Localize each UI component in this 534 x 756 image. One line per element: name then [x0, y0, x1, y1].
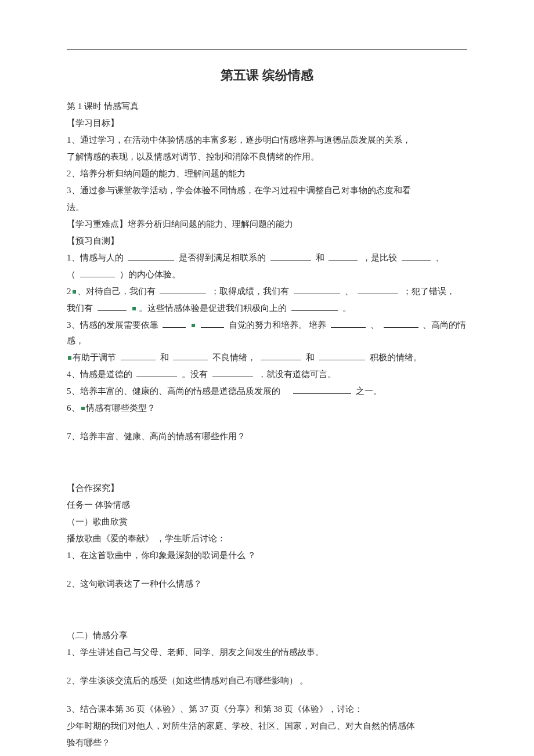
pretest-q3-line1: 3、情感的发展需要依靠 自觉的努力和培养。 培养 、 、高尚的情感，	[67, 317, 467, 349]
spacer	[67, 446, 467, 480]
q5-text-b: 之一。	[356, 386, 382, 396]
pretest-q2-line2: 我们有 。这些情感体验是促进我们积极向上的 。	[67, 301, 467, 316]
section-pretest-header: 【预习自测】	[67, 233, 467, 249]
blank-field[interactable]	[270, 252, 311, 261]
section-goals-header: 【学习目标】	[67, 115, 467, 131]
q4-text-c: ，就没有道德可言。	[258, 370, 336, 379]
q2-text-f: 。这些情感体验是促进我们积极向上的	[139, 303, 287, 313]
green-marker-icon	[81, 407, 85, 410]
blank-field[interactable]	[160, 285, 206, 294]
q1-text-b: 是否得到满足相联系的	[179, 253, 266, 262]
q1-text-a: 1、情感与人的	[67, 253, 124, 262]
lesson-subtitle: 第 1 课时 情感写真	[67, 99, 467, 114]
q4-text-b: 。没有	[182, 370, 208, 379]
blank-field[interactable]	[261, 352, 301, 360]
blank-field[interactable]	[291, 302, 338, 311]
blank-field[interactable]	[121, 352, 156, 360]
sub2-q2: 2、学生谈谈交流后的感受（如这些情感对自己有哪些影响） 。	[67, 673, 467, 689]
q2-text-b: ；取得成绩，我们有	[211, 287, 289, 296]
blank-field[interactable]	[294, 285, 340, 294]
sub2-q1: 1、学生讲述自己与父母、老师、同学、朋友之间发生的情感故事。	[67, 645, 467, 660]
blank-field[interactable]	[319, 352, 365, 360]
blank-field[interactable]	[384, 319, 418, 328]
q1-text-g: ）的内心体验。	[120, 270, 181, 279]
q4-text-a: 4、情感是道德的	[67, 370, 132, 379]
sub1-intro: 播放歌曲《爱的奉献》 ，学生听后讨论：	[67, 531, 467, 547]
spacer	[67, 690, 467, 701]
blank-field[interactable]	[329, 252, 358, 261]
blank-field[interactable]	[136, 368, 177, 377]
q2-text-a: 2	[67, 287, 71, 296]
green-marker-icon	[192, 324, 195, 327]
top-horizontal-rule	[67, 49, 467, 50]
q1-text-d: ，是比较	[362, 253, 397, 262]
page-title: 第五课 缤纷情感	[67, 64, 467, 87]
pretest-q5: 5、培养丰富的、健康的、高尚的情感是道德品质发展的 之一。	[67, 384, 467, 399]
blank-field[interactable]	[358, 285, 398, 294]
pretest-q7: 7、培养丰富、健康、高尚的情感有哪些作用？	[67, 429, 467, 444]
blank-field[interactable]	[201, 319, 224, 328]
spacer	[67, 593, 467, 628]
q1-text-f: （	[67, 270, 75, 279]
blank-field[interactable]	[98, 302, 127, 311]
q2-text-e: 我们有	[67, 303, 93, 313]
q3-text-b: 自觉的努力和培养。 培养	[229, 320, 327, 330]
pretest-q6: 6、情感有哪些类型？	[67, 400, 467, 416]
sub1-header: （一）歌曲欣赏	[67, 514, 467, 530]
task1-title: 任务一 体验情感	[67, 497, 467, 513]
blank-field[interactable]	[331, 319, 366, 328]
blank-field[interactable]	[80, 269, 115, 277]
section-difficulty-header: 【学习重难点】培养分析归纳问题的能力、理解问题的能力	[67, 216, 467, 232]
q3-text-e: 有助于调节	[73, 353, 116, 362]
q6-text: 情感有哪些类型？	[86, 403, 156, 413]
blank-field[interactable]	[163, 319, 186, 328]
blank-field[interactable]	[128, 252, 174, 261]
goal-3-line1: 3、通过参与课堂教学活动，学会体验不同情感，在学习过程中调整自己对事物的态度和看	[67, 183, 467, 198]
sub1-q2: 2、这句歌词表达了一种什么情感？	[67, 576, 467, 592]
green-marker-icon	[73, 290, 76, 294]
pretest-q1-line1: 1、情感与人的 是否得到满足相联系的 和 ，是比较 、	[67, 250, 467, 266]
pretest-q3-line2: 有助于调节 和 不良情绪， 和 积极的情绪。	[67, 350, 467, 366]
pretest-q4: 4、情感是道德的 。没有 ，就没有道德可言。	[67, 367, 467, 382]
spacer	[67, 661, 467, 673]
q5-text-a: 5、培养丰富的、健康的、高尚的情感是道德品质发展的	[67, 386, 280, 396]
blank-field[interactable]	[402, 252, 431, 261]
goal-1-line2: 了解情感的表现，以及情感对调节、控制和消除不良情绪的作用。	[67, 149, 467, 165]
sub2-q3-line3: 验有哪些？	[67, 735, 467, 751]
q3-text-f: 和	[160, 353, 169, 362]
q3-text-a: 3、情感的发展需要依靠	[67, 320, 158, 330]
sub2-q3-line1: 3、结合课本第 36 页《体验》、第 37 页《分享》和第 38 页《体验》，讨…	[67, 701, 467, 717]
sub2-header: （二）情感分享	[67, 628, 467, 643]
goal-1-line1: 1、通过学习，在活动中体验情感的丰富多彩，逐步明白情感培养与道德品质发展的关系，	[67, 132, 467, 148]
q3-text-i: 积极的情绪。	[370, 353, 422, 362]
q3-text-g: 不良情绪，	[212, 353, 256, 362]
q2-text-c: 、	[345, 287, 353, 296]
green-marker-icon	[68, 356, 71, 360]
section-coop-header: 【合作探究】	[67, 480, 467, 496]
q3-text-c: 、	[370, 320, 379, 330]
green-marker-icon	[132, 307, 136, 310]
pretest-q1-line2: （ ）的内心体验。	[67, 267, 467, 283]
q2-text-a2: 、对待自己，我们有	[77, 287, 156, 296]
goal-3-line2: 法。	[67, 200, 467, 215]
q2-text-d: ；犯了错误，	[403, 287, 455, 296]
q1-text-c: 和	[316, 253, 324, 262]
q6-num: 6、	[67, 403, 80, 413]
pretest-q2-line1: 2、对待自己，我们有 ；取得成绩，我们有 、 ；犯了错误，	[67, 284, 467, 299]
q3-text-h: 和	[306, 353, 315, 362]
goal-2: 2、培养分析归纳问题的能力、理解问题的能力	[67, 166, 467, 182]
sub1-q1: 1、在这首歌曲中，你印象最深刻的歌词是什么 ？	[67, 548, 467, 563]
spacer	[67, 417, 467, 429]
q2-text-g: 。	[342, 303, 351, 313]
sub2-q3-line2: 少年时期的我们对他人，对所生活的家庭、学校、社区、国家，对自己、对大自然的情感体	[67, 718, 467, 734]
blank-field[interactable]	[212, 368, 253, 377]
blank-field[interactable]	[173, 352, 208, 360]
spacer	[67, 565, 467, 576]
blank-field[interactable]	[293, 385, 351, 394]
q1-text-e: 、	[435, 253, 444, 262]
